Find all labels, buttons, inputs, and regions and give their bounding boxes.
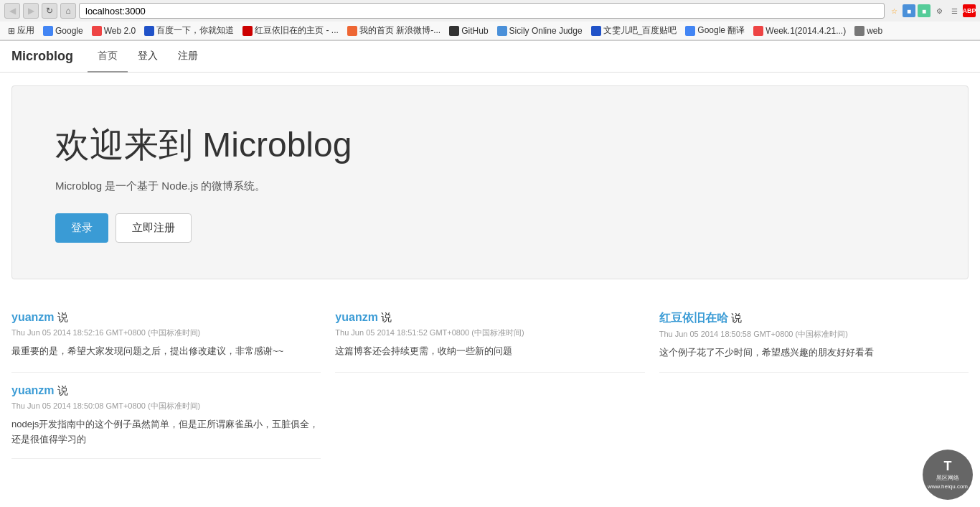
hero-buttons: 登录 立即注册	[55, 213, 925, 243]
hero-section: 欢迎来到 Microblog Microblog 是一个基于 Node.js 的…	[11, 85, 969, 279]
bookmark-web2[interactable]: Web 2.0	[88, 24, 139, 37]
forward-button[interactable]: ▶	[23, 3, 39, 19]
post-item-3: yuanzm 说 Thu Jun 05 2014 18:50:08 GMT+08…	[11, 373, 321, 460]
home-button[interactable]: ⌂	[60, 3, 76, 19]
browser-icons: ☆ ■ ■ ⚙ ☰ ABP	[887, 4, 976, 17]
address-bar[interactable]	[79, 3, 885, 19]
post-author-2: 红豆依旧在哈 说	[659, 311, 969, 326]
bookmark-weibo[interactable]: 我的首页 新浪微博-...	[344, 23, 444, 38]
browser-icon-menu[interactable]: ☰	[948, 4, 961, 17]
hero-subtitle: Microblog 是一个基于 Node.js 的微博系统。	[55, 180, 925, 193]
reload-button[interactable]: ↻	[42, 3, 57, 19]
browser-icon-ext2[interactable]: ■	[918, 4, 930, 17]
post-time-3: Thu Jun 05 2014 18:50:08 GMT+0800 (中国标准时…	[11, 401, 321, 411]
post-item-2: 红豆依旧在哈 说 Thu Jun 05 2014 18:50:58 GMT+08…	[659, 299, 969, 373]
bookmark-web[interactable]: web	[851, 24, 886, 37]
back-button[interactable]: ◀	[4, 3, 20, 19]
post-content-0: 最重要的是，希望大家发现问题之后，提出修改建议，非常感谢~~	[11, 344, 321, 359]
hero-title: 欢迎来到 Microblog	[55, 122, 925, 168]
post-time-2: Thu Jun 05 2014 18:50:58 GMT+0800 (中国标准时…	[659, 329, 969, 340]
browser-chrome: ◀ ▶ ↻ ⌂ ☆ ■ ■ ⚙ ☰ ABP ⊞ 应用 Google Web 2.…	[0, 0, 980, 41]
bookmarks-bar: ⊞ 应用 Google Web 2.0 百度一下，你就知道 红豆依旧在的主页 -…	[0, 22, 980, 40]
watermark-icon: T	[944, 459, 952, 473]
bookmark-apps[interactable]: ⊞ 应用	[4, 23, 38, 38]
post-author-3: yuanzm 说	[11, 384, 321, 398]
post-content-2: 这个例子花了不少时间，希望感兴趣的朋友好好看看	[659, 345, 969, 361]
bookmark-baidu[interactable]: 百度一下，你就知道	[141, 23, 237, 38]
post-content-3: nodejs开发指南中的这个例子虽然简单，但是正所谓麻雀虽小，五脏俱全，还是很值…	[11, 417, 321, 447]
post-item-0: yuanzm 说 Thu Jun 05 2014 18:52:16 GMT+08…	[11, 299, 321, 373]
login-button[interactable]: 登录	[55, 213, 108, 243]
browser-toolbar: ◀ ▶ ↻ ⌂ ☆ ■ ■ ⚙ ☰ ABP	[0, 0, 980, 22]
bookmark-week[interactable]: Week.1(2014.4.21...)	[750, 24, 849, 37]
app-brand: Microblog	[11, 49, 73, 64]
nav-link-home[interactable]: 首页	[88, 41, 128, 73]
register-button[interactable]: 立即注册	[116, 213, 192, 243]
nav-link-register[interactable]: 注册	[168, 41, 208, 73]
bookmark-google[interactable]: Google	[39, 24, 87, 37]
nav-link-login[interactable]: 登入	[128, 41, 168, 73]
post-author-1: yuanzm 说	[335, 311, 644, 325]
bookmark-github[interactable]: GitHub	[446, 24, 491, 37]
app-navbar: Microblog 首页 登入 注册	[0, 41, 980, 73]
browser-icon-adblock[interactable]: ABP	[963, 4, 976, 17]
bookmark-tieba[interactable]: 文雯儿吧_百度贴吧	[588, 23, 681, 38]
browser-icon-ext1[interactable]: ■	[903, 4, 915, 17]
bookmark-hongdou[interactable]: 红豆依旧在的主页 - ...	[239, 23, 342, 38]
browser-icon-rss[interactable]: ☆	[887, 4, 900, 17]
post-time-0: Thu Jun 05 2014 18:52:16 GMT+0800 (中国标准时…	[11, 327, 321, 338]
post-time-1: Thu Jun 05 2014 18:51:52 GMT+0800 (中国标准时…	[335, 327, 644, 338]
browser-icon-settings[interactable]: ⚙	[933, 4, 946, 17]
bookmark-sicily[interactable]: Sicily Online Judge	[494, 24, 586, 37]
bookmark-translate[interactable]: Google 翻译	[682, 23, 748, 38]
post-author-0: yuanzm 说	[11, 311, 321, 325]
nav-links: 首页 登入 注册	[88, 41, 208, 73]
post-item-1: yuanzm 说 Thu Jun 05 2014 18:51:52 GMT+08…	[335, 299, 644, 373]
post-content-1: 这篇博客还会持续更需，收纳一些新的问题	[335, 344, 644, 359]
posts-container: yuanzm 说 Thu Jun 05 2014 18:52:16 GMT+08…	[0, 292, 980, 473]
